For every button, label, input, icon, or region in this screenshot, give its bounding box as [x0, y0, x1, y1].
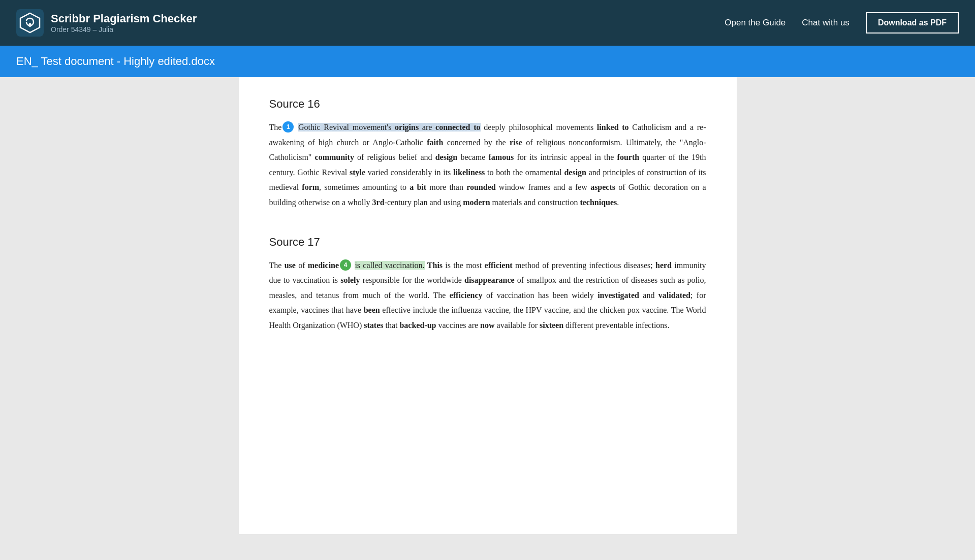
source-16-title: Source 16 [269, 97, 706, 111]
header-nav: Open the Guide Chat with us Download as … [725, 12, 959, 34]
chat-with-us-link[interactable]: Chat with us [802, 18, 850, 28]
document-title: EN_ Test document - Highly edited.docx [16, 55, 959, 68]
annotation-badge-4[interactable]: 4 [340, 259, 351, 271]
logo-title: Scribbr Plagiarism Checker [51, 12, 197, 25]
annotation-badge-1[interactable]: 1 [282, 121, 294, 133]
download-pdf-button[interactable]: Download as PDF [866, 12, 959, 34]
source-16-text: The1 Gothic Revival movement's origins a… [269, 120, 706, 210]
main-content: Source 16 The1 Gothic Revival movement's… [0, 77, 975, 560]
logo-subtitle: Order 54349 – Julia [51, 25, 197, 34]
document-title-bar: EN_ Test document - Highly edited.docx [0, 46, 975, 77]
open-guide-link[interactable]: Open the Guide [725, 18, 785, 28]
source-16-section: Source 16 The1 Gothic Revival movement's… [269, 97, 706, 210]
source-17-section: Source 17 The use of medicine4 is called… [269, 236, 706, 333]
header: Scribbr Plagiarism Checker Order 54349 –… [0, 0, 975, 46]
logo-text: Scribbr Plagiarism Checker Order 54349 –… [51, 12, 197, 34]
source-17-title: Source 17 [269, 236, 706, 249]
scribbr-logo-icon [16, 9, 44, 37]
document-paper: Source 16 The1 Gothic Revival movement's… [239, 77, 737, 534]
source-17-text: The use of medicine4 is called vaccinati… [269, 258, 706, 333]
logo-area: Scribbr Plagiarism Checker Order 54349 –… [16, 9, 725, 37]
svg-point-1 [29, 23, 32, 26]
